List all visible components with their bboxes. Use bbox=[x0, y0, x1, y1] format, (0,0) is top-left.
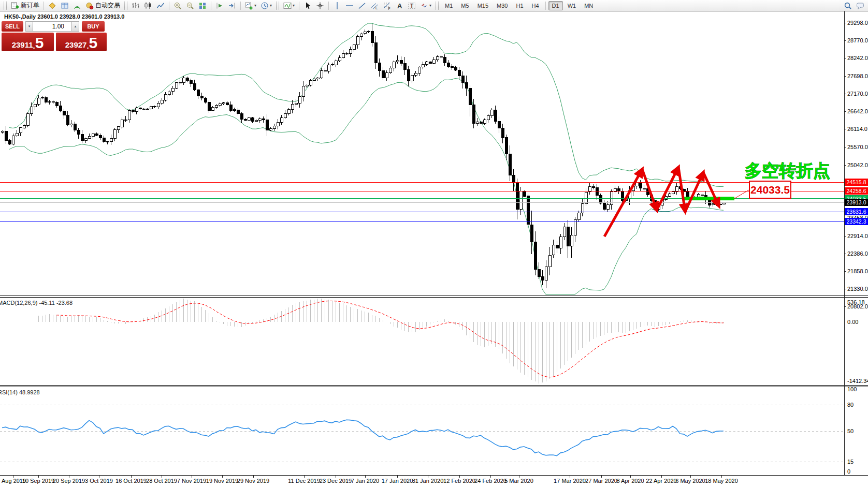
time-axis-label: 11 Dec 2019 bbox=[288, 478, 320, 484]
rsi-axis-label: 100 bbox=[847, 386, 857, 392]
arrows-button[interactable]: ▾ bbox=[418, 0, 433, 11]
volume-increase-button[interactable]: ▴ bbox=[71, 21, 79, 32]
dropdown-caret-icon: ▾ bbox=[429, 3, 431, 8]
rsi-axis-label: 15 bbox=[847, 459, 853, 465]
indicators-icon bbox=[283, 2, 292, 10]
timeframe-h1-button[interactable]: H1 bbox=[512, 1, 527, 10]
auto-scroll-button[interactable] bbox=[214, 0, 225, 11]
chat-icon bbox=[856, 2, 864, 10]
vertical-line-button[interactable] bbox=[331, 0, 343, 11]
toolbar-separator bbox=[169, 2, 169, 10]
toolbar-grip bbox=[4, 2, 7, 10]
horizontal-line-icon bbox=[345, 2, 354, 10]
new-chart-button[interactable]: ▾ bbox=[243, 0, 258, 11]
search-button[interactable] bbox=[842, 0, 853, 11]
sell-price[interactable]: 23911.5 bbox=[2, 33, 54, 51]
periods-button[interactable]: ▾ bbox=[259, 0, 273, 11]
autotrading-button[interactable]: 自动交易 bbox=[84, 0, 122, 11]
axis-tick bbox=[844, 165, 846, 166]
dropdown-caret-icon: ▾ bbox=[254, 3, 256, 8]
rsi-panel[interactable] bbox=[0, 387, 844, 475]
timeframe-m30-button[interactable]: M30 bbox=[493, 1, 511, 10]
price-axis-label: 29298.0 bbox=[847, 20, 868, 26]
toolbar-separator bbox=[211, 2, 211, 10]
trendline-button[interactable] bbox=[356, 0, 368, 11]
new-chart-icon bbox=[245, 2, 253, 10]
signals-icon bbox=[73, 2, 81, 10]
bollinger-lower-band bbox=[9, 78, 724, 294]
main-chart-panel[interactable]: 多空转折点24033.5 bbox=[0, 11, 844, 296]
chat-button[interactable] bbox=[855, 0, 866, 11]
timeframe-h4-button[interactable]: H4 bbox=[528, 1, 543, 10]
fibonacci-button[interactable]: F bbox=[381, 0, 393, 11]
turning-point-annotation[interactable]: 多空转折点 bbox=[745, 161, 830, 180]
signals-button[interactable] bbox=[71, 0, 83, 11]
macd-axis-label: -1412.34 bbox=[847, 378, 868, 384]
time-axis-label: 24 Feb 2020 bbox=[474, 478, 507, 484]
time-axis-label: 7 Nov 2019 bbox=[177, 478, 206, 484]
main-toolbar: 新订单自动交易▾▾▾EFAT▾M1M5M15M30H1H4D1W1MN bbox=[0, 0, 868, 11]
price-axis-label: 21330.0 bbox=[847, 286, 868, 292]
svg-text:T: T bbox=[410, 3, 413, 9]
price-axis-label: 25042.0 bbox=[847, 162, 868, 168]
zoom-in-button[interactable] bbox=[172, 0, 183, 11]
macd-panel[interactable] bbox=[0, 298, 844, 385]
text-label-button[interactable]: T bbox=[406, 0, 417, 11]
crosshair-button[interactable] bbox=[314, 0, 326, 11]
zoom-out-button[interactable] bbox=[184, 0, 196, 11]
timeframe-m5-button[interactable]: M5 bbox=[457, 1, 472, 10]
chart-shift-button[interactable] bbox=[226, 0, 238, 11]
buy-button[interactable]: BUY bbox=[82, 21, 105, 32]
rsi-axis-label: 0 bbox=[847, 468, 850, 475]
price-tag: 24515.8 bbox=[845, 179, 868, 186]
volume-input[interactable] bbox=[33, 21, 71, 32]
new-order-button[interactable]: 新订单 bbox=[9, 0, 41, 11]
toolbar-grip bbox=[276, 2, 279, 10]
text-button[interactable]: A bbox=[394, 0, 405, 11]
timeframe-m1-button[interactable]: M1 bbox=[441, 1, 456, 10]
equidistant-channel-button[interactable]: E bbox=[369, 0, 380, 11]
candlestick-chart-button[interactable] bbox=[142, 0, 154, 11]
line-chart-button[interactable] bbox=[155, 0, 166, 11]
search-icon bbox=[844, 2, 852, 10]
price-axis-line bbox=[844, 11, 845, 475]
trend-arrow[interactable] bbox=[642, 169, 657, 210]
autotrading-label: 自动交易 bbox=[95, 1, 120, 10]
text-icon: A bbox=[395, 2, 403, 10]
timeframe-d1-button[interactable]: D1 bbox=[548, 1, 563, 10]
market-watch-button[interactable] bbox=[59, 0, 70, 11]
time-axis-label: 17 Jan 2020 bbox=[382, 478, 413, 484]
sell-button[interactable]: SELL bbox=[2, 21, 23, 32]
time-axis-label: 6 May 2020 bbox=[675, 478, 705, 484]
timeframe-w1-button[interactable]: W1 bbox=[564, 1, 580, 10]
svg-text:A: A bbox=[397, 2, 402, 9]
toolbar-grip bbox=[124, 2, 127, 10]
time-axis-label: 16 Oct 2019 bbox=[115, 478, 147, 484]
rsi-line bbox=[2, 420, 724, 455]
tile-windows-button[interactable] bbox=[197, 0, 208, 11]
time-axis-label: 12 Feb 2020 bbox=[443, 478, 475, 484]
metaeditor-button[interactable] bbox=[47, 0, 58, 11]
buy-price[interactable]: 23927.5 bbox=[56, 33, 107, 51]
price-axis-label: 22386.0 bbox=[847, 250, 868, 257]
time-axis-label: 17 Mar 2020 bbox=[554, 478, 586, 484]
timeframe-mn-button[interactable]: MN bbox=[581, 1, 597, 10]
cursor-button[interactable] bbox=[302, 0, 313, 11]
periods-icon bbox=[261, 2, 269, 10]
horizontal-line-button[interactable] bbox=[344, 0, 355, 11]
bar-chart-button[interactable] bbox=[130, 0, 141, 11]
timeframe-m15-button[interactable]: M15 bbox=[474, 1, 492, 10]
axis-tick bbox=[844, 289, 846, 289]
axis-tick bbox=[844, 129, 846, 129]
axis-tick bbox=[844, 254, 846, 254]
tile-windows-icon bbox=[198, 2, 207, 10]
vertical-line-icon bbox=[333, 2, 341, 10]
price-axis-label: 26642.0 bbox=[847, 108, 868, 114]
toolbar-separator bbox=[545, 2, 546, 10]
rsi-axis-label: 80 bbox=[847, 402, 853, 408]
price-tag: 23631.6 bbox=[845, 208, 868, 215]
indicators-button[interactable]: ▾ bbox=[282, 0, 296, 11]
chart-window[interactable]: HK50-,Daily 23601.0 23928.0 23601.0 2391… bbox=[0, 11, 868, 487]
volume-decrease-button[interactable]: ▾ bbox=[25, 21, 33, 32]
time-axis-label: 7 Jan 2020 bbox=[351, 478, 379, 484]
